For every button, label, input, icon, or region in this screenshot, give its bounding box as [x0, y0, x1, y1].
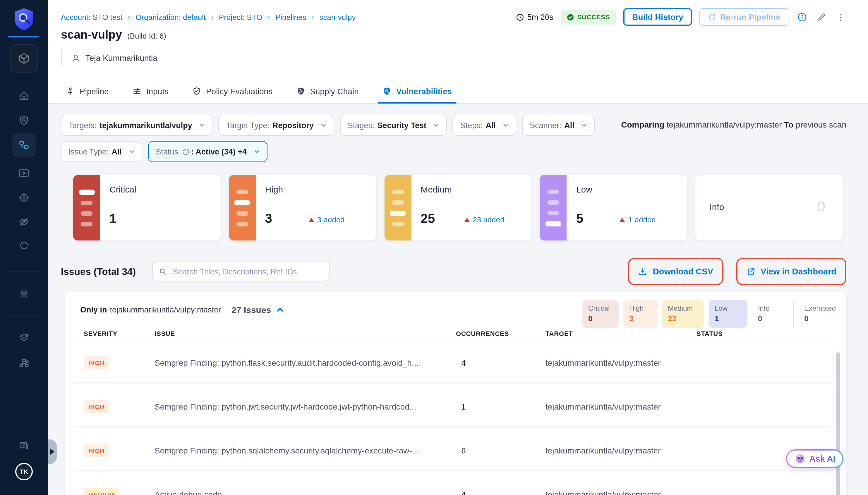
tab-bar: Pipeline Inputs Policy Evaluations Suppl… [66, 79, 452, 104]
issue-target: tejakummarikuntla/vulpy:master [545, 402, 697, 411]
issue-title[interactable]: Semgrep Finding: python.sqlalchemy.secur… [154, 446, 456, 455]
filter-status[interactable]: Status Active (34) +4 [148, 141, 267, 162]
severity-card-critical[interactable]: Critical 1 [73, 175, 221, 240]
shield-nodes-icon [296, 87, 305, 96]
breadcrumb-project[interactable]: Project: STO [219, 13, 275, 21]
sidebar-item-exemptions[interactable] [12, 210, 36, 234]
triangle-up-icon [308, 217, 314, 222]
tab-inputs[interactable]: Inputs [132, 79, 169, 104]
shield-search-icon [18, 115, 30, 126]
person-icon [71, 53, 81, 63]
sidebar-item-home[interactable] [12, 84, 36, 108]
severity-card-high[interactable]: High 3 3 added [229, 175, 376, 240]
sidebar: TK [0, 0, 48, 495]
severity-cards: Critical 1 High 3 3 added Medium 25 23 a… [73, 175, 843, 240]
issue-row[interactable]: HIGH Semgrep Finding: python.flask.secur… [71, 343, 833, 382]
filters-section: Targets:tejakummarikuntla/vulpy Target T… [61, 115, 846, 162]
module-switcher-button[interactable] [10, 45, 38, 72]
filter-targets[interactable]: Targets:tejakummarikuntla/vulpy [61, 115, 213, 136]
target-icon [18, 192, 30, 204]
added-delta: 23 added [464, 215, 504, 224]
table-scrollbar[interactable] [836, 352, 840, 495]
download-csv-button[interactable]: Download CSV [628, 258, 723, 285]
tab-supply-chain[interactable]: Supply Chain [296, 79, 359, 104]
severity-badge: MEDIUM [84, 488, 119, 495]
critical-severity-strip-icon [73, 175, 100, 240]
filter-target-type[interactable]: Target Type:Repository [219, 115, 334, 136]
clock-icon [516, 13, 524, 21]
chip-exempted: Exempted0 [798, 300, 842, 328]
issue-title[interactable]: Semgrep Finding: python.flask.security.a… [154, 358, 456, 368]
info-icon [797, 12, 807, 22]
breadcrumb-account[interactable]: Account: STO test [61, 13, 136, 21]
search-icon [159, 268, 167, 276]
view-in-dashboard-button[interactable]: View in Dashboard [736, 258, 846, 285]
executions-play-icon [18, 167, 30, 179]
triangle-up-icon [619, 217, 625, 222]
sidebar-divider [7, 317, 39, 317]
more-options-button[interactable] [835, 11, 846, 23]
severity-card-low[interactable]: Low 5 1 added [540, 175, 687, 240]
issue-row[interactable]: HIGH Semgrep Finding: python.sqlalchemy.… [71, 431, 833, 470]
shield-search-icon [382, 87, 392, 96]
chevron-up-icon[interactable] [276, 306, 284, 313]
tab-pipeline[interactable]: Pipeline [66, 79, 109, 104]
sidebar-item-project-settings[interactable] [12, 326, 36, 350]
filter-steps[interactable]: Steps:All [453, 115, 516, 136]
sidebar-item-org-settings[interactable] [12, 352, 36, 375]
sidebar-item-targets[interactable] [12, 186, 36, 209]
filter-scanner[interactable]: Scanner:All [522, 115, 595, 136]
added-delta: 3 added [308, 215, 345, 224]
issue-title[interactable]: Semgrep Finding: python.jwt.security.jwt… [154, 402, 456, 411]
refresh-circle-icon [18, 240, 30, 252]
filter-issue-type[interactable]: Issue Type:All [61, 141, 142, 162]
col-target: TARGET [545, 330, 697, 337]
pipeline-info-button[interactable] [796, 11, 808, 23]
sidebar-item-security-overview[interactable] [12, 109, 36, 132]
breadcrumb: Account: STO test Organization: default … [61, 13, 356, 21]
search-input[interactable] [171, 267, 323, 276]
filter-stages[interactable]: Stages:Security Test [340, 115, 447, 136]
sidebar-item-settings[interactable] [12, 282, 36, 305]
page-header: Account: STO test Organization: default … [48, 0, 868, 104]
issue-target: tejakummarikuntla/vulpy:master [545, 446, 697, 455]
issue-row[interactable]: HIGH Semgrep Finding: python.jwt.securit… [71, 387, 833, 426]
sidebar-item-help[interactable] [12, 434, 36, 458]
severity-card-info[interactable]: Info 0 [695, 175, 843, 240]
chip-info: Info0 [752, 300, 788, 328]
breadcrumb-organization[interactable]: Organization: default [136, 13, 219, 21]
chevron-down-icon [503, 122, 509, 128]
sidebar-item-remediations[interactable] [12, 234, 36, 257]
build-history-button[interactable]: Build History [623, 8, 692, 26]
breadcrumb-pipelines[interactable]: Pipelines [275, 13, 319, 21]
user-avatar[interactable]: TK [15, 463, 33, 480]
sidebar-expand-handle[interactable] [48, 440, 57, 464]
rerun-pipeline-button[interactable]: Re-run Pipeline [700, 8, 788, 26]
chevron-down-icon [321, 122, 327, 128]
page-title: scan-vulpy [61, 28, 122, 41]
issue-row[interactable]: MEDIUM Active debug code 4 tejakummariku… [71, 475, 833, 495]
edit-pipeline-button[interactable] [815, 11, 827, 23]
build-author: Teja Kummarikuntla [61, 50, 157, 66]
issue-target: tejakummarikuntla/vulpy:master [545, 490, 697, 495]
chevron-down-icon [433, 122, 439, 128]
added-delta: 1 added [619, 215, 656, 224]
issues-search [152, 261, 329, 281]
severity-card-medium[interactable]: Medium 25 23 added [384, 175, 532, 240]
refresh-icon [708, 13, 717, 21]
tab-vulnerabilities[interactable]: Vulnerabilities [382, 79, 452, 104]
ask-ai-button[interactable]: Ask AI [786, 449, 844, 468]
build-duration: 5m 20s [516, 13, 554, 21]
chip-critical: Critical0 [582, 300, 619, 328]
severity-badge: HIGH [84, 444, 109, 457]
sto-shield-logo-icon[interactable] [14, 7, 35, 31]
tab-policy-evaluations[interactable]: Policy Evaluations [192, 79, 272, 104]
chip-low: Low1 [709, 300, 747, 328]
sidebar-item-executions[interactable] [12, 161, 36, 185]
col-issue: ISSUE [154, 330, 456, 337]
sidebar-item-pipelines[interactable] [12, 133, 36, 157]
chip-medium: Medium23 [662, 300, 704, 328]
issue-title[interactable]: Active debug code [154, 490, 456, 495]
pencil-icon [816, 12, 826, 22]
issues-table-header: SEVERITY ISSUE OCCURRENCES TARGET STATUS [65, 330, 846, 337]
